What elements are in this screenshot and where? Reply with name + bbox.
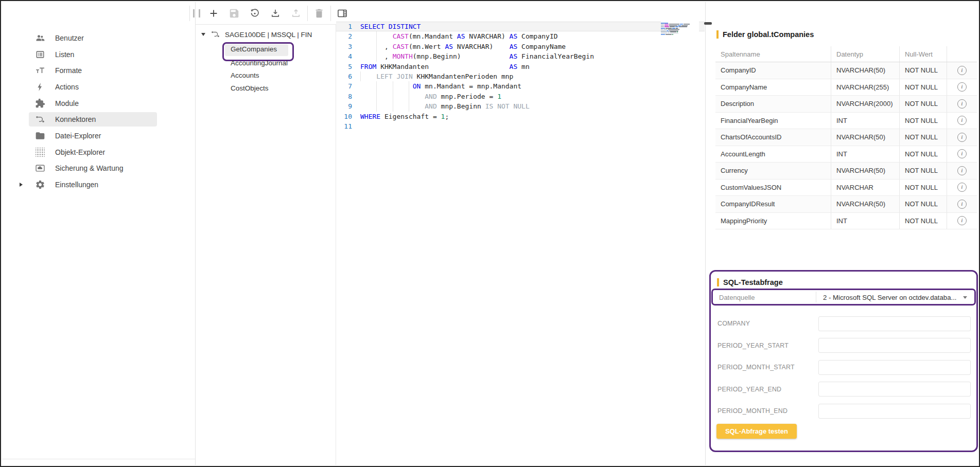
table-row: AccountLengthINTNOT NULL — [715, 146, 977, 163]
table-row: DescriptionNVARCHAR(2000)NOT NULL — [715, 96, 977, 113]
tree-item-accountingjournal[interactable]: AccountingJournal — [231, 59, 288, 68]
sidebar-item-module[interactable]: Module — [2, 95, 195, 112]
sidebar-item-actions[interactable]: Actions — [2, 79, 195, 95]
toolbar-upload-button — [290, 8, 302, 19]
sidebar-item-label: Konnektoren — [55, 115, 96, 123]
toolbar-add-button[interactable] — [208, 8, 219, 19]
param-input-period_month_start[interactable] — [818, 360, 971, 375]
info-icon[interactable] — [957, 133, 967, 142]
sidebar-item-label: Listen — [55, 50, 74, 58]
sidebar-item-formate[interactable]: Formate — [2, 62, 195, 79]
param-input-period_month_end[interactable] — [818, 404, 971, 419]
cell-column-name: Currency — [715, 163, 831, 179]
param-input-period_year_end[interactable] — [818, 382, 971, 397]
param-input-period_year_start[interactable] — [818, 338, 971, 353]
cell-column-name: ChartsOfAccountsID — [715, 129, 831, 146]
toolbar-history-button[interactable] — [249, 8, 260, 19]
datasource-select[interactable]: 2 - Microsoft SQL Server on octdev.datab… — [823, 293, 956, 301]
sidebar-divider[interactable] — [195, 2, 196, 465]
code-line-1[interactable]: 1SELECT DISTINCT — [336, 22, 705, 31]
code-line-3[interactable]: 3 , CAST(mn.Wert AS NVARCHAR) AS Company… — [336, 42, 705, 51]
code-line-11[interactable]: 11 — [336, 121, 705, 131]
sidebar-item-sicherung-wartung[interactable]: Sicherung & Wartung — [2, 160, 195, 177]
sidebar-item-benutzer[interactable]: Benutzer — [2, 30, 195, 46]
splitter-handle-icon[interactable] — [193, 9, 200, 17]
code-text: FROM KHKMandanten AS mn — [360, 62, 530, 71]
info-icon[interactable] — [957, 166, 967, 175]
users-icon — [35, 33, 45, 43]
tree-item-costobjects[interactable]: CostObjects — [231, 84, 269, 94]
sidebar-nav: BenutzerListenFormateActionsModuleKonnek… — [2, 30, 195, 193]
editor-minimap[interactable] — [661, 22, 699, 37]
tree-item-accounts[interactable]: Accounts — [231, 71, 259, 81]
info-icon[interactable] — [957, 82, 967, 92]
code-text: AND mnp.Periode = 1 — [360, 92, 501, 101]
list-icon — [35, 49, 45, 60]
toolbar-separator — [307, 6, 308, 21]
cell-datatype: INT — [831, 113, 899, 129]
info-icon[interactable] — [957, 99, 967, 109]
info-icon[interactable] — [957, 149, 967, 158]
cell-datatype: NVARCHAR(255) — [831, 79, 899, 96]
puzzle-icon — [35, 98, 45, 109]
code-text: SELECT DISTINCT — [360, 22, 421, 31]
code-line-4[interactable]: 4 , MONTH(mnp.Beginn) AS FinancialYearBe… — [336, 51, 705, 61]
sidebar-item-listen[interactable]: Listen — [2, 46, 195, 63]
code-line-10[interactable]: 10WHERE Eigenschaft = 1; — [336, 112, 705, 121]
sidebar-item-datei-explorer[interactable]: Datei-Explorer — [2, 128, 195, 144]
sidebar-item-label: Module — [55, 99, 79, 107]
code-text: AND mnp.Beginn IS NOT NULL — [360, 101, 530, 111]
bolt-icon — [35, 82, 45, 92]
tree-item-getcompanies[interactable]: GetCompanies — [231, 45, 277, 55]
toolbar-download-button[interactable] — [270, 8, 281, 19]
code-line-6[interactable]: 6 LEFT JOIN KHKMandantenPerioden mnp — [336, 71, 705, 81]
toolbar-delete-button[interactable] — [313, 8, 325, 19]
info-icon[interactable] — [957, 200, 967, 209]
editor-panel-divider — [705, 2, 706, 465]
connector-icon — [211, 29, 220, 39]
line-number: 6 — [336, 71, 352, 81]
code-line-9[interactable]: 9 AND mnp.Beginn IS NOT NULL — [336, 101, 705, 111]
cell-nullable: NOT NULL — [899, 213, 947, 229]
sidebar-item-label: Benutzer — [55, 34, 84, 42]
cell-nullable: NOT NULL — [899, 62, 947, 79]
cell-nullable: NOT NULL — [899, 196, 947, 212]
code-text: ON mn.Mandant = mnp.Mandant — [360, 81, 521, 91]
fields-table: SpaltennameDatentypNull-WertCompanyIDNVA… — [715, 46, 977, 229]
expand-arrow-icon[interactable] — [20, 183, 23, 187]
cell-column-name: CompanyID — [715, 62, 831, 79]
gear-icon — [35, 179, 45, 190]
line-number: 3 — [336, 42, 352, 51]
sidebar-footer-divider — [2, 459, 195, 459]
param-input-company[interactable] — [818, 316, 971, 331]
cell-datatype: INT — [831, 213, 899, 229]
info-icon[interactable] — [957, 183, 967, 192]
sidebar-item-objekt-explorer[interactable]: Objekt-Explorer — [2, 144, 195, 160]
sidebar-item-konnektoren[interactable]: Konnektoren — [2, 111, 195, 128]
code-line-7[interactable]: 7 ON mn.Mandant = mnp.Mandant — [336, 81, 705, 91]
info-icon[interactable] — [957, 66, 967, 75]
code-line-2[interactable]: 2 CAST(mn.Mandant AS NVARCHAR) AS Compan… — [336, 31, 705, 41]
param-label-company: COMPANY — [717, 320, 750, 327]
param-label-period_year_start: PERIOD_YEAR_START — [717, 342, 789, 349]
table-row: CurrencyNVARCHAR(50)NOT NULL — [715, 163, 977, 179]
sidebar-item-label: Einstellungen — [55, 181, 98, 189]
code-line-8[interactable]: 8 AND mnp.Periode = 1 — [336, 92, 705, 101]
info-icon[interactable] — [957, 216, 967, 225]
param-label-period_month_start: PERIOD_MONTH_START — [717, 364, 795, 371]
dropdown-caret-icon[interactable] — [963, 296, 967, 299]
cell-datatype: NVARCHAR(50) — [831, 129, 899, 146]
test-sql-button[interactable]: SQL-Abfrage testen — [716, 424, 797, 439]
panel-resize-handle[interactable] — [704, 22, 712, 25]
sidebar-item-label: Actions — [55, 83, 79, 91]
sql-editor[interactable]: 1SELECT DISTINCT2 CAST(mn.Mandant AS NVA… — [336, 1, 705, 467]
cell-column-name: MappingPriority — [715, 213, 831, 229]
line-number: 1 — [336, 22, 352, 31]
info-icon[interactable] — [957, 116, 967, 125]
toolbar-save-button — [229, 8, 240, 19]
table-row: ChartsOfAccountsIDNVARCHAR(50)NOT NULL — [715, 129, 977, 146]
sidebar-item-einstellungen[interactable]: Einstellungen — [2, 176, 195, 193]
param-label-period_month_end: PERIOD_MONTH_END — [717, 407, 787, 415]
code-line-5[interactable]: 5FROM KHKMandanten AS mn — [336, 62, 705, 71]
cell-column-name: Description — [715, 96, 831, 112]
